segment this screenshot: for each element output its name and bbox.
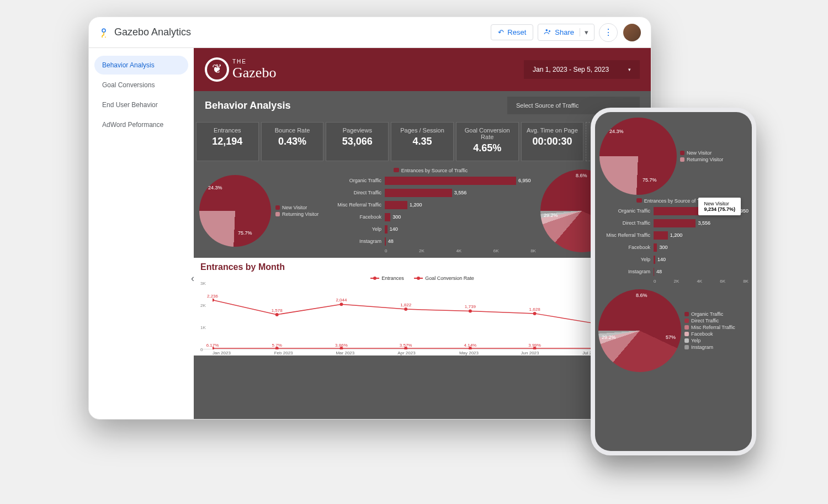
page-title: Behavior Analysis: [205, 100, 290, 112]
svg-point-2: [213, 299, 214, 302]
entrances-bar-title: Entrances by Source of Traffic: [401, 168, 468, 173]
reset-button[interactable]: ↶ Reset: [491, 24, 533, 40]
svg-point-9: [404, 347, 407, 349]
bar-row: Facebook300: [598, 242, 749, 252]
reset-label: Reset: [507, 28, 526, 36]
date-range-picker[interactable]: Jan 1, 2023 - Sep 5, 2023: [524, 60, 640, 79]
phone-visitor-pie: 24.3%75.7%: [599, 118, 677, 195]
legend-item: Organic Traffic: [684, 311, 735, 317]
avatar[interactable]: [623, 24, 641, 41]
brand-header: THE Gazebo Jan 1, 2023 - Sep 5, 2023: [194, 48, 651, 91]
legend-gcr: Goal Conversion Rate: [425, 275, 474, 281]
app-logo-icon: [99, 28, 109, 38]
kpi-1: Bounce Rate0.43%: [261, 122, 324, 161]
phone-source-pie: 8.6%29.2%57%: [598, 289, 681, 372]
bar-row: Instagram48: [325, 236, 536, 246]
visitor-pie-card: 24.3%75.7% New VisitorReturning Visitor: [199, 168, 321, 253]
bar-row: Organic Traffic6,950: [325, 176, 536, 185]
month-chart-title: Entrances by Month: [200, 262, 644, 272]
month-chart-card: Entrances by Month Entrances Goal Conver…: [194, 258, 651, 356]
legend-entrances: Entrances: [381, 275, 404, 281]
svg-point-7: [339, 347, 343, 349]
bar-row: Direct Traffic3,556: [598, 218, 749, 228]
bar-row: Yelp140: [325, 224, 536, 234]
legend-item: Facebook: [684, 331, 735, 337]
pie-slice-label: 8.6%: [636, 293, 647, 298]
legend-item: Direct Traffic: [684, 318, 735, 323]
bar-row: Instagram48: [598, 267, 749, 277]
undo-icon: ↶: [498, 28, 504, 36]
gazebo-logo-icon: [205, 57, 229, 82]
person-add-icon: [544, 28, 551, 37]
share-button[interactable]: Share ▾: [538, 24, 595, 41]
pie-slice-label: 24.3%: [609, 129, 624, 134]
pie-tooltip: New Visitor 9,234 (75.7%): [698, 198, 741, 215]
sidebar-item-1[interactable]: Goal Conversions: [94, 76, 188, 94]
bar-row: Misc Referral Traffic1,200: [598, 230, 749, 240]
bar-row: Yelp140: [598, 254, 749, 264]
kpi-4: Goal Conversion Rate4.65%: [456, 122, 519, 161]
bar-row: Direct Traffic3,556: [325, 188, 536, 198]
kpi-5: Avg. Time on Page00:00:30: [521, 122, 584, 161]
svg-point-0: [102, 29, 105, 32]
bar-row: Facebook300: [325, 212, 536, 222]
legend-item: Returning Visitor: [680, 157, 723, 162]
source-filter-label: Select Source of Traffic: [516, 102, 579, 109]
legend-item: New Visitor: [680, 150, 723, 156]
pie-slice-label: 29.2%: [602, 335, 616, 340]
kpi-2: Pageviews53,066: [326, 122, 389, 161]
bar-row: Misc Referral Traffic1,200: [325, 200, 536, 210]
legend-item: Instagram: [684, 344, 735, 350]
entrances-bar-chart: Entrances by Source of Traffic Organic T…: [325, 168, 536, 253]
pie-slice-label: 29.2%: [544, 213, 558, 218]
sidebar: Behavior AnalysisGoal ConversionsEnd Use…: [89, 48, 194, 419]
pie-slice-label: 75.7%: [643, 177, 657, 183]
svg-point-5: [275, 347, 279, 349]
tooltip-value: 9,234 (75.7%): [704, 206, 735, 212]
visitor-pie-legend: New VisitorReturning Visitor: [275, 204, 319, 218]
svg-point-13: [533, 347, 537, 349]
svg-point-10: [469, 309, 472, 312]
chevron-down-icon[interactable]: ▾: [580, 28, 588, 36]
sidebar-item-3[interactable]: AdWord Peformance: [94, 115, 188, 134]
share-label: Share: [555, 28, 574, 36]
month-chart-legend: Entrances Goal Conversion Rate: [200, 274, 644, 281]
kpi-row: Entrances12,194Bounce Rate0.43%Pageviews…: [194, 120, 651, 163]
month-line-chart: 01K2K3K2,2366.17%1,5785.7%2,0443.86%1,82…: [200, 283, 644, 349]
svg-point-11: [469, 347, 472, 349]
laptop-frame: Gazebo Analytics ↶ Reset Share ▾ ⋮ Behav…: [88, 17, 651, 420]
phone-visitor-legend: New VisitorReturning Visitor: [680, 149, 723, 163]
phone-frame: 24.3%75.7% New VisitorReturning Visitor …: [591, 108, 756, 455]
brand-name: Gazebo: [232, 65, 276, 81]
tooltip-title: New Visitor: [704, 201, 735, 206]
app-topbar: Gazebo Analytics ↶ Reset Share ▾ ⋮: [89, 17, 651, 48]
sidebar-collapse-button[interactable]: ‹: [189, 270, 197, 287]
date-range-label: Jan 1, 2023 - Sep 5, 2023: [533, 66, 609, 73]
svg-point-8: [404, 307, 407, 311]
legend-item: Returning Visitor: [275, 211, 319, 217]
legend-item: Yelp: [684, 338, 735, 343]
legend-item: New Visitor: [275, 205, 319, 210]
pie-slice-label: 24.3%: [208, 185, 222, 190]
pie-slice-label: 75.7%: [238, 230, 252, 236]
sidebar-item-2[interactable]: End User Behavior: [94, 96, 188, 114]
pie-slice-label: 57%: [666, 335, 676, 340]
svg-point-4: [275, 313, 279, 316]
app-title: Gazebo Analytics: [114, 26, 191, 38]
more-vertical-icon: ⋮: [604, 27, 613, 38]
brand-the: THE: [232, 59, 276, 65]
phone-source-legend: Organic TrafficDirect TrafficMisc Referr…: [684, 310, 735, 351]
svg-point-6: [339, 303, 343, 306]
pie-slice-label: 8.6%: [576, 173, 587, 178]
kpi-3: Pages / Session4.35: [391, 122, 454, 161]
sidebar-item-0[interactable]: Behavior Analysis: [94, 56, 188, 75]
svg-point-1: [546, 29, 548, 31]
svg-point-12: [533, 312, 537, 315]
legend-item: Misc Referral Traffic: [684, 325, 735, 330]
more-button[interactable]: ⋮: [599, 23, 618, 42]
kpi-0: Entrances12,194: [196, 122, 259, 161]
visitor-pie: 24.3%75.7%: [199, 175, 271, 247]
svg-point-3: [213, 347, 214, 349]
